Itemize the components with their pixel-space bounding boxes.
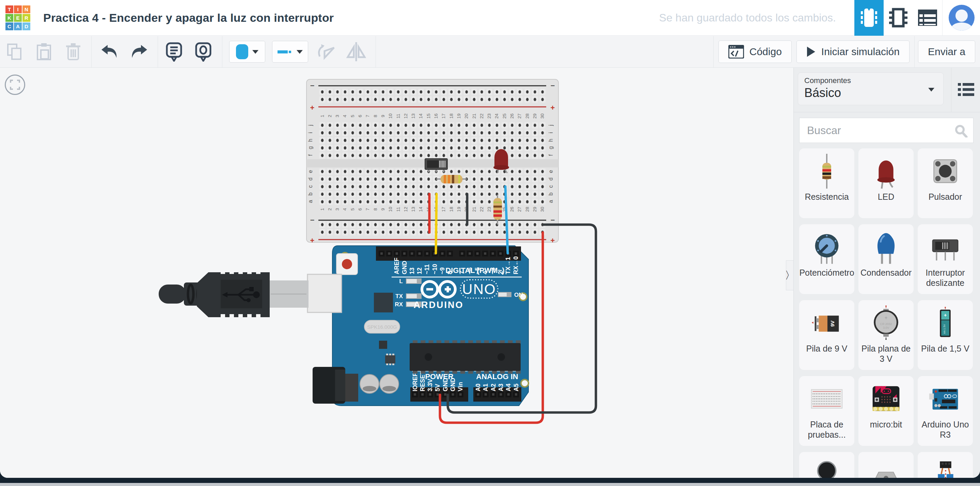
component-card[interactable] [918,452,973,478]
list-icon [958,83,974,97]
circuit-scene: 1122334455667788991010111112121313141415… [0,68,794,478]
schematic-view-button[interactable] [884,0,913,36]
svg-text:b: b [307,192,313,195]
wire-type-icon [277,49,293,54]
svg-text:8: 8 [373,208,378,211]
paste-button[interactable] [33,41,54,62]
component-list-button[interactable] [913,0,942,36]
start-simulation-button[interactable]: Iniciar simulación [797,40,910,63]
undo-button[interactable] [99,41,120,62]
svg-text:–: – [550,81,555,89]
notes-button[interactable] [164,41,185,62]
label-button[interactable] [193,41,214,62]
svg-text:29: 29 [532,206,537,212]
delete-button[interactable] [63,41,84,62]
component-card[interactable]: Pulsador [918,148,973,218]
component-card[interactable]: +AA 1.5VPila de 1,5 V [918,300,973,370]
mirror-button[interactable] [345,41,367,62]
component-card[interactable]: +CR 20323.0VPila plana de 3 V [858,300,913,370]
color-swatch-icon [236,44,248,59]
user-avatar[interactable] [949,5,975,31]
svg-text:f: f [548,154,554,156]
svg-text:11: 11 [396,114,401,118]
rotate-button[interactable] [317,41,337,62]
usb-cable[interactable] [159,271,342,317]
svg-text:9V: 9V [830,321,835,327]
resistor-icon [807,151,847,191]
component-card[interactable]: 9VPila de 9 V [799,300,854,370]
svg-text:18: 18 [449,206,454,212]
microcontroller-chip [410,340,521,374]
svg-text:~5: ~5 [474,267,481,274]
logo-letter: T [5,5,13,13]
components-label: Componentes [804,76,937,85]
send-to-button[interactable]: Enviar a [918,40,975,63]
usb-cable-end [159,284,186,303]
svg-text:GND: GND [449,378,456,391]
svg-text:2: 2 [327,115,332,118]
svg-text:5: 5 [350,115,355,118]
svg-text:30: 30 [540,206,545,212]
component-card[interactable] [799,452,854,478]
zoom-to-fit-button[interactable] [5,75,25,95]
svg-text:13: 13 [409,267,415,274]
svg-text:7: 7 [365,208,370,211]
svg-text:h: h [548,139,554,142]
slide-switch-component[interactable] [425,159,447,172]
component-card[interactable]: LED [858,148,913,218]
schematic-view-icon [888,7,908,28]
svg-text:a: a [548,200,554,203]
chevron-down-icon [297,50,303,54]
svg-text:IOREF: IOREF [412,373,418,391]
svg-text:Vin: Vin [457,382,464,391]
svg-text:RX←0: RX←0 [512,256,519,274]
top-bar: TINKERCAD Practica 4 - Encender y apagar… [0,0,980,36]
breadboard-view-icon [860,7,878,28]
copy-button[interactable] [4,41,25,62]
circuit-canvas[interactable]: 1122334455667788991010111112121313141415… [0,68,794,478]
svg-text:j: j [548,125,554,126]
code-button[interactable]: Código [719,40,792,63]
component-card[interactable] [858,452,913,478]
color-dropdown[interactable] [229,41,265,63]
svg-text:8: 8 [373,115,378,118]
component-card[interactable]: Placa de pruebas... [799,376,854,446]
svg-text:22: 22 [479,206,484,212]
wire-yellow-signal[interactable] [436,194,436,253]
arduino-uno-board[interactable]: DIGITAL (PWM~) POWER ANALOG IN AREFGND13… [313,246,528,406]
svg-text:1: 1 [320,208,325,211]
svg-text:c: c [307,185,313,188]
svg-text:i: i [548,132,554,133]
component-card[interactable]: Resistencia [799,148,854,218]
svg-text:–: – [310,216,314,224]
breadboard-view-button[interactable] [854,0,884,36]
logo-letter: I [14,5,22,13]
component-card[interactable]: Condensador [858,224,913,294]
small-chip [379,341,387,349]
component-card-label: Placa de pruebas... [799,419,854,440]
svg-text:h: h [307,139,313,142]
capacitor-icon [866,227,906,267]
components-category-dropdown[interactable]: Componentes Básico [798,73,943,105]
svg-text:17: 17 [441,206,446,212]
svg-text:28: 28 [525,113,530,118]
component-card[interactable]: Interruptor deslizante [918,224,973,294]
barrel-jack [313,367,345,403]
svg-text:19: 19 [456,113,461,118]
component-card[interactable]: micro:bit [858,376,913,446]
redo-button[interactable] [128,41,150,62]
component-card[interactable]: Potenciómetro [799,224,854,294]
search-input[interactable] [799,118,974,143]
breadboard-icon [807,379,847,419]
component-card-label: LED [877,192,896,202]
component-list-toggle[interactable] [957,81,975,98]
wire-type-dropdown[interactable] [272,41,308,63]
document-title[interactable]: Practica 4 - Encender y apagar la luz co… [43,11,334,24]
component-card[interactable]: Arduino Uno R3 [918,376,973,446]
svg-text:~6: ~6 [466,267,473,274]
svg-text:A0: A0 [475,384,482,391]
reset-button[interactable] [336,254,358,275]
tinkercad-logo-icon[interactable]: TINKERCAD [5,5,30,30]
sidebar-collapse-handle[interactable]: 〉 [786,260,794,290]
svg-text:A1: A1 [482,384,489,391]
